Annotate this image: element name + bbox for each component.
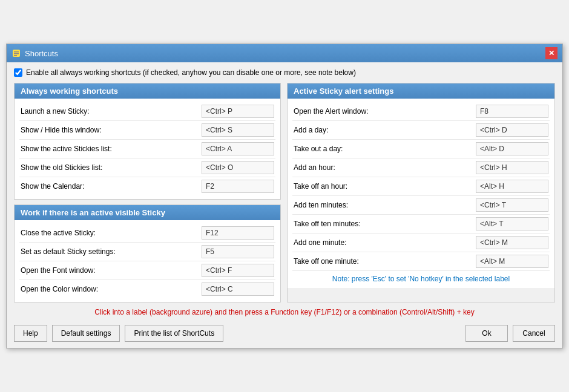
- shortcut-label: Add ten minutes:: [294, 201, 476, 209]
- shortcut-row: Show the old Stickies list: <Ctrl> O: [19, 158, 275, 177]
- print-button[interactable]: Print the list of ShortCuts: [125, 325, 223, 342]
- svg-rect-1: [14, 51, 19, 53]
- shortcut-key-input[interactable]: <Alt> H: [476, 180, 548, 193]
- window-body: Enable all always working shortcuts (if …: [7, 62, 562, 348]
- shortcut-key-input[interactable]: <Alt> T: [476, 217, 548, 230]
- shortcut-key-input[interactable]: <Ctrl> H: [476, 161, 548, 174]
- shortcut-label: Take off one minute:: [294, 257, 476, 266]
- shortcut-row: Open the Font window: <Ctrl> F: [19, 261, 275, 280]
- shortcut-row: Take out a day: <Alt> D: [292, 140, 550, 158]
- shortcut-key-input[interactable]: F8: [476, 105, 548, 118]
- shortcut-label: Show the Calendar:: [21, 182, 202, 191]
- default-settings-button[interactable]: Default settings: [52, 325, 120, 342]
- shortcut-key-input[interactable]: <Ctrl> O: [202, 161, 274, 174]
- shortcut-row: Show the Calendar: F2: [19, 177, 275, 195]
- shortcut-key-input[interactable]: <Ctrl> T: [476, 198, 548, 212]
- shortcut-label: Show the old Stickies list:: [21, 163, 202, 172]
- shortcut-label: Add one minute:: [294, 238, 476, 247]
- window-title: Shortcuts: [25, 49, 58, 58]
- shortcut-row: Take off one minute: <Alt> M: [292, 252, 550, 271]
- shortcut-row: Take off ten minutes: <Alt> T: [292, 215, 550, 234]
- button-row: Help Default settings Print the list of …: [14, 322, 555, 342]
- shortcut-key-input[interactable]: <Ctrl> S: [202, 123, 274, 137]
- active-sticky-panel: Work if there is an active visible Stick…: [14, 204, 281, 302]
- enable-shortcuts-checkbox[interactable]: [14, 68, 22, 77]
- shortcut-label: Show / Hide this window:: [21, 126, 202, 134]
- shortcut-key-input[interactable]: F5: [202, 245, 274, 258]
- always-working-body: Launch a new Sticky: <Ctrl> P Show / Hid…: [15, 99, 280, 199]
- shortcut-label: Show the active Stickies list:: [21, 145, 202, 153]
- close-window-button[interactable]: ✕: [545, 47, 557, 59]
- shortcut-key-input[interactable]: <Ctrl> C: [202, 283, 274, 296]
- help-button[interactable]: Help: [14, 325, 47, 342]
- shortcuts-window: Shortcuts ✕ Enable all always working sh…: [6, 44, 563, 348]
- shortcut-row: Set as default Sticky settings: F5: [19, 243, 275, 261]
- alert-settings-panel: Active Sticky alert settings Open the Al…: [287, 83, 555, 302]
- active-sticky-header: Work if there is an active visible Stick…: [15, 205, 280, 220]
- shortcut-row: Add an hour: <Ctrl> H: [292, 158, 550, 177]
- shortcut-key-input[interactable]: <Ctrl> F: [202, 264, 274, 277]
- alert-settings-body: Open the Alert window: F8 Add a day: <Ct…: [288, 99, 554, 288]
- title-bar: Shortcuts ✕: [7, 44, 562, 62]
- shortcut-key-input[interactable]: F12: [202, 226, 274, 240]
- ok-button[interactable]: Ok: [465, 325, 508, 342]
- shortcut-key-input[interactable]: F2: [202, 180, 274, 193]
- note-blue: Note: press 'Esc' to set 'No hotkey' in …: [292, 275, 550, 283]
- alert-settings-header: Active Sticky alert settings: [288, 83, 554, 99]
- shortcut-row: Add ten minutes: <Ctrl> T: [292, 196, 550, 215]
- shortcut-row: Open the Alert window: F8: [292, 102, 550, 121]
- shortcut-row: Show / Hide this window: <Ctrl> S: [19, 121, 275, 140]
- always-working-header: Always working shortcuts: [15, 83, 280, 99]
- app-icon: [12, 48, 21, 58]
- svg-rect-3: [14, 55, 17, 56]
- shortcut-row: Close the active Sticky: F12: [19, 224, 275, 243]
- cancel-button[interactable]: Cancel: [513, 325, 555, 342]
- active-sticky-body: Close the active Sticky: F12 Set as defa…: [15, 220, 280, 302]
- panels-container: Always working shortcuts Launch a new St…: [14, 83, 555, 302]
- shortcut-label: Add an hour:: [294, 163, 476, 172]
- shortcut-label: Open the Alert window:: [294, 107, 476, 116]
- shortcut-key-input[interactable]: <Ctrl> D: [476, 123, 548, 137]
- shortcut-row: Add one minute: <Ctrl> M: [292, 234, 550, 252]
- shortcut-row: Launch a new Sticky: <Ctrl> P: [19, 102, 275, 121]
- shortcut-row: Open the Color window: <Ctrl> C: [19, 280, 275, 298]
- shortcut-row: Add a day: <Ctrl> D: [292, 121, 550, 140]
- shortcut-label: Set as default Sticky settings:: [21, 247, 202, 256]
- svg-rect-2: [14, 53, 19, 54]
- shortcut-label: Open the Color window:: [21, 285, 202, 293]
- shortcut-row: Take off an hour: <Alt> H: [292, 177, 550, 196]
- shortcut-label: Take off ten minutes:: [294, 220, 476, 228]
- shortcut-key-input[interactable]: <Ctrl> M: [476, 236, 548, 249]
- shortcut-label: Open the Font window:: [21, 266, 202, 275]
- always-working-panel: Always working shortcuts Launch a new St…: [14, 83, 281, 200]
- shortcut-key-input[interactable]: <Alt> M: [476, 255, 548, 268]
- shortcut-label: Launch a new Sticky:: [21, 107, 202, 116]
- shortcut-key-input[interactable]: <Alt> D: [476, 142, 548, 155]
- shortcut-row: Show the active Stickies list: <Ctrl> A: [19, 140, 275, 158]
- shortcut-key-input[interactable]: <Ctrl> P: [202, 105, 274, 118]
- note-red: Click into a label (background azure) an…: [14, 307, 555, 318]
- enable-shortcuts-row: Enable all always working shortcuts (if …: [14, 68, 555, 77]
- enable-shortcuts-label: Enable all always working shortcuts (if …: [26, 68, 356, 77]
- shortcut-key-input[interactable]: <Ctrl> A: [202, 142, 274, 155]
- shortcut-label: Take off an hour:: [294, 182, 476, 191]
- shortcut-label: Close the active Sticky:: [21, 229, 202, 237]
- shortcut-label: Take out a day:: [294, 145, 476, 153]
- title-bar-left: Shortcuts: [12, 48, 58, 58]
- shortcut-label: Add a day:: [294, 126, 476, 134]
